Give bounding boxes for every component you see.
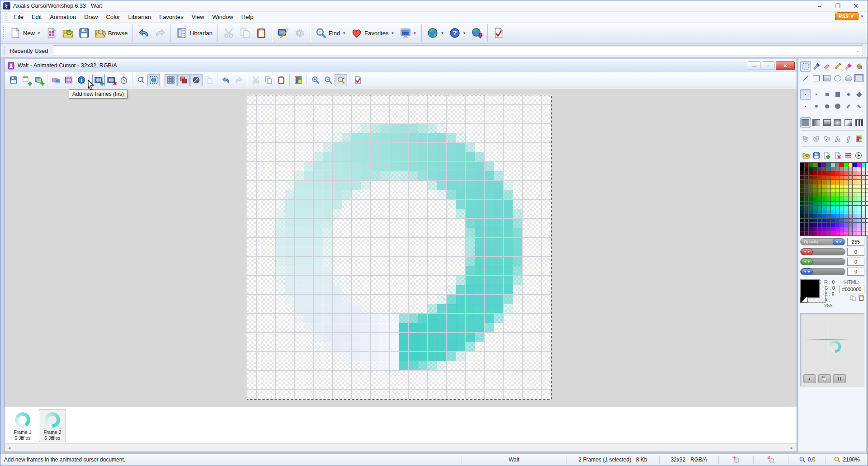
zoom-tool-button[interactable] xyxy=(335,74,347,86)
select-tool[interactable] xyxy=(800,61,811,72)
palette-swatch[interactable] xyxy=(800,231,804,235)
palette-swatch[interactable] xyxy=(826,167,830,171)
maximize-button[interactable]: ❐ xyxy=(829,1,847,10)
palette-swatch[interactable] xyxy=(849,206,853,210)
palette-swatch[interactable] xyxy=(844,227,848,231)
palette-swatch[interactable] xyxy=(826,171,830,175)
brush-size-square-m[interactable] xyxy=(821,89,832,100)
palette-swatch[interactable] xyxy=(826,223,830,227)
palette-swatch[interactable] xyxy=(831,167,835,171)
palette-swatch[interactable] xyxy=(853,214,857,218)
palette-swatch[interactable] xyxy=(805,210,809,214)
browse-button[interactable]: Browse xyxy=(92,26,130,40)
palette-swatch[interactable] xyxy=(800,202,804,206)
palette-swatch[interactable] xyxy=(849,180,853,184)
palette-swatch[interactable] xyxy=(813,176,817,180)
palette-swatch[interactable] xyxy=(857,197,861,201)
palette-swatch[interactable] xyxy=(835,176,840,180)
palette-swatch[interactable] xyxy=(840,223,844,227)
brush-size-diamond-s[interactable] xyxy=(843,89,854,100)
palette-swatch[interactable] xyxy=(862,180,866,184)
palette-swatch[interactable] xyxy=(857,188,861,193)
save-button[interactable] xyxy=(76,26,92,40)
chevron-down-icon[interactable]: ▼ xyxy=(462,31,466,35)
palette-swatch[interactable] xyxy=(840,163,844,167)
palette-swatch[interactable] xyxy=(866,223,868,227)
palette-swatch[interactable] xyxy=(853,163,857,167)
palette-swatch[interactable] xyxy=(822,167,826,171)
palette-swatch[interactable] xyxy=(866,210,868,214)
palette-swatch[interactable] xyxy=(840,180,844,184)
palette-swatch[interactable] xyxy=(857,184,861,188)
palette-swatch[interactable] xyxy=(822,206,826,210)
green-slider[interactable]: ◄ ►en xyxy=(800,258,845,265)
palette-swatch[interactable] xyxy=(853,188,857,193)
palette-swatch[interactable] xyxy=(853,184,857,188)
palette-swatch[interactable] xyxy=(844,202,848,206)
palette-swatch[interactable] xyxy=(818,180,822,184)
palette-swatch[interactable] xyxy=(809,202,813,206)
palette-swatch[interactable] xyxy=(813,210,817,214)
palette-swatch[interactable] xyxy=(818,171,822,175)
palette-swatch[interactable] xyxy=(805,202,809,206)
palette-swatch[interactable] xyxy=(853,210,857,214)
menu-help[interactable]: Help xyxy=(237,13,258,21)
palette-swatch[interactable] xyxy=(831,184,835,188)
palette-swatch[interactable] xyxy=(826,163,830,167)
palette-swatch[interactable] xyxy=(840,227,844,231)
document-properties-button[interactable] xyxy=(75,74,88,86)
palette-swatch[interactable] xyxy=(818,210,822,214)
palette-swatch[interactable] xyxy=(849,184,853,188)
palette-swatch[interactable] xyxy=(866,188,868,193)
palette-swatch[interactable] xyxy=(813,231,817,235)
palette-swatch[interactable] xyxy=(840,171,844,175)
palette-swatch[interactable] xyxy=(818,214,822,218)
palette-swatch[interactable] xyxy=(866,163,868,167)
swap-colors-icon[interactable]: ⤸ xyxy=(818,279,821,285)
palette-swatch[interactable] xyxy=(800,167,804,171)
palette-swatch[interactable] xyxy=(805,197,809,201)
palette-swatch[interactable] xyxy=(805,231,809,235)
palette-swatch[interactable] xyxy=(862,210,866,214)
flip-tool[interactable]: ↻ xyxy=(800,133,811,144)
palette-swatch[interactable] xyxy=(805,171,809,175)
palette-swatch[interactable] xyxy=(809,167,813,171)
palette-swatch[interactable] xyxy=(857,223,861,227)
palette-swatch[interactable] xyxy=(835,206,840,210)
palette-swatch[interactable] xyxy=(831,171,835,175)
palette-swatch[interactable] xyxy=(835,193,840,197)
palette-swatch[interactable] xyxy=(835,180,840,184)
palette-swatch[interactable] xyxy=(857,206,861,210)
palette-swatch[interactable] xyxy=(835,202,840,206)
palette-swatch[interactable] xyxy=(826,210,830,214)
chevron-down-icon[interactable]: ▼ xyxy=(413,31,417,35)
blue-slider[interactable]: ◄ ► xyxy=(800,268,845,275)
palette-swatch[interactable] xyxy=(805,176,809,180)
close-button[interactable]: ✕ xyxy=(847,1,865,10)
eraser-tool[interactable] xyxy=(821,61,832,72)
primary-color-swatch[interactable] xyxy=(800,279,820,298)
rotate-left-tool[interactable]: ↺ xyxy=(811,133,822,144)
palette-swatch[interactable] xyxy=(866,227,868,231)
palette-swatch[interactable] xyxy=(853,227,857,231)
draw-opaque-button[interactable] xyxy=(177,74,190,86)
palette-swatch[interactable] xyxy=(822,202,826,206)
show-grid-button[interactable] xyxy=(165,74,177,86)
fill-gradient-h-mode[interactable] xyxy=(811,117,822,128)
palette-swatch[interactable] xyxy=(844,206,848,210)
red-slider[interactable]: ◄ ► xyxy=(800,248,845,255)
palette-swatch[interactable] xyxy=(809,223,813,227)
palette-swatch[interactable] xyxy=(805,184,809,188)
palette-swatch[interactable] xyxy=(844,188,848,193)
palette-swatch[interactable] xyxy=(818,197,822,201)
palette-open-button[interactable] xyxy=(801,150,811,160)
palette-swatch[interactable] xyxy=(831,202,835,206)
palette-swatch[interactable] xyxy=(831,206,835,210)
menu-draw[interactable]: Draw xyxy=(80,13,102,21)
test-cursor-button[interactable] xyxy=(352,74,364,86)
palette-swatch[interactable] xyxy=(822,180,826,184)
palette-swatch[interactable] xyxy=(800,176,804,180)
fill-gradient-corner-mode[interactable] xyxy=(843,117,854,128)
brush-tool[interactable] xyxy=(843,61,854,72)
chevron-down-icon[interactable]: ▼ xyxy=(342,31,346,35)
